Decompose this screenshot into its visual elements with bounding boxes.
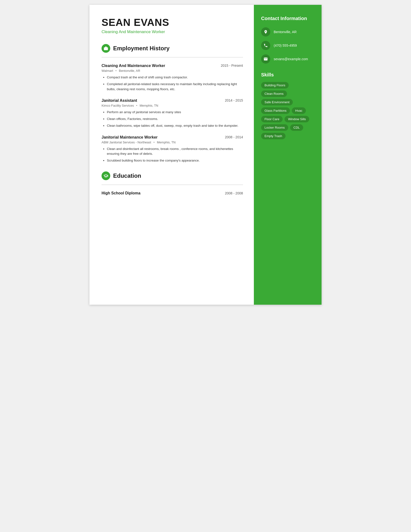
job-company-3: ABM Janitorial Services - Northeast • Me… <box>102 141 243 144</box>
employment-divider <box>102 57 243 57</box>
job-header-2: Janitorial Assistant 2014 - 2015 <box>102 98 243 103</box>
job-title-2: Janitorial Assistant <box>102 98 137 103</box>
phone-icon <box>261 41 270 50</box>
contact-phone: (470) 555-4959 <box>261 41 314 50</box>
svg-rect-0 <box>104 48 108 50</box>
skill-badge-7: Locker Rooms <box>261 124 288 131</box>
skill-badge-3: Glass Partitions <box>261 107 290 114</box>
contact-section-title: Contact Information <box>261 16 314 21</box>
resume-container: SEAN EVANS Cleaning And Maintenance Work… <box>89 5 322 305</box>
right-column: Contact Information Bentonville, AR (470… <box>254 5 322 305</box>
job-bullets-1: Compact trash at the end of shift using … <box>102 75 243 92</box>
bullet-item: Completed all janitorial-related tasks n… <box>107 82 243 92</box>
job-bullets-2: Perform an array of janitorial services … <box>102 110 243 128</box>
job-title-1: Cleaning And Maintenance Worker <box>102 64 165 68</box>
education-section: Education High School Diploma 2008 - 200… <box>102 171 243 195</box>
bullet-item: Compact trash at the end of shift using … <box>107 75 243 80</box>
employment-header: Employment History <box>102 44 243 53</box>
edu-dates-1: 2008 - 2008 <box>225 191 243 195</box>
left-column: SEAN EVANS Cleaning And Maintenance Work… <box>89 5 254 305</box>
skill-badge-8: CDL <box>290 124 303 131</box>
job-entry-2: Janitorial Assistant 2014 - 2015 Kimco F… <box>102 98 243 128</box>
candidate-title: Cleaning And Maintenance Worker <box>102 29 243 34</box>
bullet-item: Clean and disinfectant all restrooms, br… <box>107 147 243 156</box>
employment-section: Employment History Cleaning And Maintena… <box>102 44 243 163</box>
job-bullets-3: Clean and disinfectant all restrooms, br… <box>102 147 243 163</box>
job-entry-3: Janitorial Maintenance Worker 2008 - 201… <box>102 135 243 163</box>
candidate-name: SEAN EVANS <box>102 17 243 28</box>
job-entry-1: Cleaning And Maintenance Worker 2015 - P… <box>102 64 243 92</box>
bullet-item: Scrubbed building floors to increase the… <box>107 158 243 163</box>
education-icon <box>102 171 110 180</box>
contact-email-text: sevans@example.com <box>274 57 308 61</box>
job-company-2: Kimco Facility Services • Memphis, TN <box>102 104 243 107</box>
contact-location: Bentonville, AR <box>261 27 314 37</box>
skills-container: Building Floors Clean Rooms Safe Environ… <box>261 82 314 139</box>
skill-badge-4: Hvac <box>292 107 306 114</box>
job-header-1: Cleaning And Maintenance Worker 2015 - P… <box>102 64 243 68</box>
contact-email: sevans@example.com <box>261 54 314 64</box>
education-title: Education <box>113 172 141 179</box>
skill-badge-2: Safe Environment <box>261 99 293 105</box>
contact-phone-text: (470) 555-4959 <box>274 44 297 48</box>
email-icon <box>261 54 270 64</box>
skill-badge-5: Floor Care <box>261 116 283 122</box>
job-dates-3: 2008 - 2014 <box>225 135 243 139</box>
employment-title: Employment History <box>113 45 169 52</box>
bullet-item: Clean bathrooms, wipe tables off, dust, … <box>107 123 243 128</box>
contact-location-text: Bentonville, AR <box>274 30 297 34</box>
education-header: Education <box>102 171 243 180</box>
bullet-item: Perform an array of janitorial services … <box>107 110 243 115</box>
skill-badge-0: Building Floors <box>261 82 289 88</box>
job-title-3: Janitorial Maintenance Worker <box>102 135 158 140</box>
employment-icon <box>102 44 110 53</box>
edu-entry-1: High School Diploma 2008 - 2008 <box>102 191 243 195</box>
edu-degree-1: High School Diploma <box>102 191 140 195</box>
job-dates-2: 2014 - 2015 <box>225 98 243 102</box>
skill-badge-6: Window Sills <box>285 116 309 122</box>
skill-badge-9: Empty Trash <box>261 133 286 139</box>
skills-section-title: Skills <box>261 72 314 78</box>
location-icon <box>261 27 270 37</box>
job-dates-1: 2015 - Present <box>221 64 243 67</box>
bullet-item: Clean offices, Factories, restrooms. <box>107 116 243 121</box>
job-company-1: Walmart • Bentonville, AR <box>102 69 243 73</box>
education-divider <box>102 184 243 185</box>
job-header-3: Janitorial Maintenance Worker 2008 - 201… <box>102 135 243 140</box>
skill-badge-1: Clean Rooms <box>261 90 287 97</box>
